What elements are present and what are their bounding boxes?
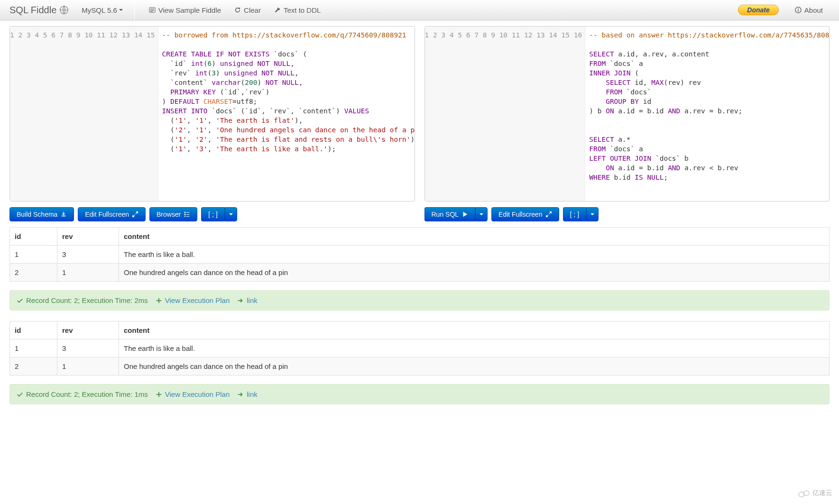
query-gutter: 1 2 3 4 5 6 7 8 9 10 11 12 13 14 15 16 (425, 27, 586, 201)
arrow-icon (237, 391, 244, 398)
table-cell: 1 (57, 264, 119, 282)
db-selector[interactable]: MySQL 5.6 (76, 2, 128, 18)
nav-sample-fiddle[interactable]: View Sample Fiddle (142, 2, 228, 18)
nav-about-label: About (804, 6, 823, 14)
svg-rect-11 (184, 216, 186, 217)
svg-rect-13 (186, 214, 189, 215)
schema-code[interactable]: -- borrowed from https://stackoverflow.c… (158, 27, 415, 201)
schema-pane: 1 2 3 4 5 6 7 8 9 10 11 12 13 14 15 -- b… (9, 26, 415, 227)
svg-rect-14 (186, 216, 189, 217)
query-toolbar: Run SQL Edit Fullscreen [ ; ] (424, 207, 830, 221)
run-sql-dropdown[interactable] (475, 207, 488, 221)
nav-clear-label: Clear (244, 6, 261, 14)
query-code[interactable]: -- based on answer https://stackoverflow… (585, 27, 829, 201)
build-schema-label: Build Schema (17, 211, 57, 218)
table-cell: The earth is like a ball. (119, 246, 830, 264)
table-cell: 2 (10, 357, 57, 376)
expand-icon (545, 211, 552, 218)
nav-sample-label: View Sample Fiddle (158, 6, 221, 14)
schema-toolbar: Build Schema Edit Fullscreen Browser [ ;… (9, 207, 415, 221)
table-row: 21One hundred angels can dance on the he… (10, 357, 830, 376)
schema-fullscreen-button[interactable]: Edit Fullscreen (78, 207, 146, 221)
table-cell: 2 (10, 264, 57, 282)
svg-point-6 (798, 9, 799, 9)
results-table: idrevcontent13The earth is like a ball.2… (9, 227, 830, 282)
nav-clear[interactable]: Clear (228, 2, 267, 18)
results-table: idrevcontent13The earth is like a ball.2… (9, 321, 830, 376)
permalink-link[interactable]: link (237, 296, 258, 304)
info-icon (795, 7, 802, 13)
svg-rect-10 (184, 214, 186, 215)
permalink-link[interactable]: link (237, 390, 258, 398)
query-pane: 1 2 3 4 5 6 7 8 9 10 11 12 13 14 15 16 -… (424, 26, 830, 227)
schema-gutter: 1 2 3 4 5 6 7 8 9 10 11 12 13 14 15 (10, 27, 158, 201)
schema-terminator-dropdown[interactable] (225, 207, 237, 221)
list-icon (149, 7, 156, 13)
query-fullscreen-label: Edit Fullscreen (498, 211, 543, 218)
schema-terminator-split: [ ; ] (201, 207, 237, 221)
svg-rect-12 (186, 212, 189, 213)
brand-logo-icon (58, 5, 70, 15)
table-row: 13The earth is like a ball. (10, 339, 830, 357)
query-terminator-button[interactable]: [ ; ] (563, 207, 586, 221)
svg-rect-7 (798, 9, 798, 11)
browser-label: Browser (157, 211, 181, 218)
table-cell: 3 (57, 339, 119, 357)
run-sql-button[interactable]: Run SQL (424, 207, 476, 221)
db-name: MySQL 5.6 (82, 6, 117, 14)
svg-rect-8 (62, 216, 66, 217)
wrench-icon (274, 7, 281, 13)
view-execution-plan-link[interactable]: View Execution Plan (156, 296, 230, 304)
table-cell: 1 (57, 357, 119, 376)
table-row: 21One hundred angels can dance on the he… (10, 264, 830, 282)
check-icon (17, 391, 23, 398)
query-terminator-dropdown[interactable] (586, 207, 599, 221)
column-header[interactable]: rev (57, 321, 119, 339)
caret-down-icon (229, 213, 233, 215)
run-sql-split: Run SQL (424, 207, 488, 221)
brand-text: SQL Fiddle (9, 5, 56, 16)
query-editor[interactable]: 1 2 3 4 5 6 7 8 9 10 11 12 13 14 15 16 -… (424, 26, 830, 202)
table-cell: One hundred angels can dance on the head… (119, 357, 830, 376)
status-bar: Record Count: 2; Execution Time: 2ms Vie… (9, 290, 830, 311)
nav-about[interactable]: About (788, 2, 830, 18)
svg-rect-9 (184, 212, 186, 213)
table-row: 13The earth is like a ball. (10, 246, 830, 264)
status-bar: Record Count: 2; Execution Time: 1ms Vie… (9, 384, 830, 404)
svg-rect-4 (150, 11, 153, 12)
table-cell: 3 (57, 246, 119, 264)
plus-icon (156, 297, 162, 304)
build-schema-button[interactable]: Build Schema (9, 207, 74, 221)
query-fullscreen-button[interactable]: Edit Fullscreen (491, 207, 559, 221)
svg-rect-3 (150, 10, 154, 10)
column-header[interactable]: content (119, 321, 830, 339)
browser-button[interactable]: Browser (149, 207, 197, 221)
nav-text-to-ddl[interactable]: Text to DDL (267, 2, 327, 18)
topbar: SQL Fiddle MySQL 5.6 View Sample Fiddle … (0, 0, 839, 20)
column-header[interactable]: rev (57, 228, 119, 246)
table-cell: The earth is like a ball. (119, 339, 830, 357)
schema-terminator-button[interactable]: [ ; ] (201, 207, 224, 221)
status-text: Record Count: 2; Execution Time: 2ms (17, 296, 148, 304)
view-execution-plan-link[interactable]: View Execution Plan (156, 390, 230, 398)
caret-down-icon (590, 213, 594, 215)
schema-fullscreen-label: Edit Fullscreen (85, 211, 129, 218)
svg-rect-2 (150, 9, 154, 9)
table-cell: 1 (10, 246, 57, 264)
column-header[interactable]: id (10, 228, 57, 246)
results: idrevcontent13The earth is like a ball.2… (0, 227, 839, 404)
nav-divider (134, 0, 135, 20)
donate-button[interactable]: Donate (738, 5, 778, 15)
arrow-icon (237, 297, 244, 304)
caret-down-icon (119, 9, 123, 11)
schema-editor[interactable]: 1 2 3 4 5 6 7 8 9 10 11 12 13 14 15 -- b… (9, 26, 415, 202)
expand-icon (132, 211, 138, 218)
brand[interactable]: SQL Fiddle (9, 5, 70, 16)
column-header[interactable]: id (10, 321, 57, 339)
main-panes: 1 2 3 4 5 6 7 8 9 10 11 12 13 14 15 -- b… (0, 20, 839, 227)
column-header[interactable]: content (119, 228, 830, 246)
status-text: Record Count: 2; Execution Time: 1ms (17, 390, 148, 398)
run-sql-label: Run SQL (432, 211, 459, 218)
tree-icon (184, 211, 190, 218)
plus-icon (156, 391, 162, 398)
